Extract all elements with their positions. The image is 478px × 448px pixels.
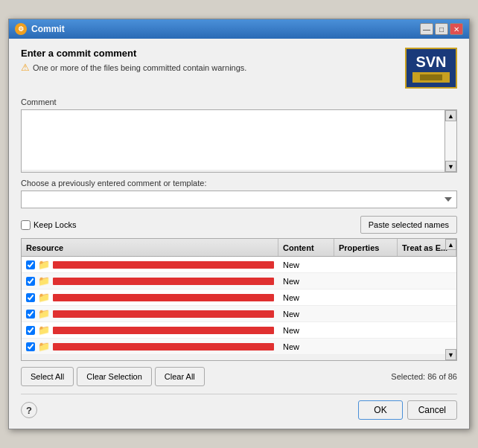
clear-all-button[interactable]: Clear All <box>155 367 205 386</box>
table-row: 📁 New <box>22 339 456 355</box>
folder-icon: 📁 <box>38 292 50 303</box>
comment-label: Comment <box>21 97 457 106</box>
ok-button[interactable]: OK <box>358 400 402 420</box>
folder-icon: 📁 <box>38 341 50 352</box>
content-cell: New <box>278 292 334 304</box>
content-cell: New <box>278 259 334 271</box>
properties-cell <box>334 329 398 332</box>
content-cell: New <box>278 324 334 336</box>
select-all-button[interactable]: Select All <box>21 367 74 386</box>
table-scroll-down[interactable]: ▼ <box>445 349 456 360</box>
comment-input[interactable] <box>22 110 456 170</box>
treat-cell <box>398 296 456 299</box>
row-checkbox[interactable] <box>26 342 35 351</box>
app-icon: ⚙ <box>15 23 27 35</box>
col-content: Content <box>278 239 334 256</box>
cancel-button[interactable]: Cancel <box>407 400 457 420</box>
resource-cell: 📁 <box>22 323 278 337</box>
table-row: 📁 New <box>22 273 456 289</box>
paste-selected-names-button[interactable]: Paste selected names <box>360 216 457 234</box>
table-row: 📁 New <box>22 257 456 273</box>
resource-cell: 📁 <box>22 257 278 272</box>
header-section: Enter a commit comment ⚠ One or more of … <box>21 48 457 89</box>
folder-icon: 📁 <box>38 324 50 336</box>
keep-locks-checkbox[interactable] <box>21 220 31 230</box>
clear-selection-button[interactable]: Clear Selection <box>77 367 152 386</box>
table-row: 📁 New <box>22 322 456 339</box>
titlebar: ⚙ Commit — □ ✕ <box>9 19 469 39</box>
resource-bar <box>53 310 274 318</box>
keep-locks-label[interactable]: Keep Locks <box>21 220 76 230</box>
row-checkbox[interactable] <box>26 310 35 319</box>
row-checkbox[interactable] <box>26 260 35 269</box>
warning-text: One or more of the files being committed… <box>33 63 246 72</box>
treat-cell <box>398 329 456 332</box>
treat-cell <box>398 263 456 266</box>
treat-cell <box>398 313 456 316</box>
minimize-button[interactable]: — <box>420 23 433 35</box>
scroll-track <box>445 121 456 161</box>
resource-cell: 📁 <box>22 274 278 288</box>
content-cell: New <box>278 275 334 287</box>
row-checkbox[interactable] <box>26 293 35 302</box>
properties-cell <box>334 313 398 316</box>
footer-row: ? OK Cancel <box>21 394 457 420</box>
template-label: Choose a previously entered comment or t… <box>21 179 457 188</box>
resource-bar <box>53 294 274 301</box>
row-checkbox[interactable] <box>26 326 35 335</box>
warning-icon: ⚠ <box>21 62 30 73</box>
col-properties: Properties <box>334 239 398 256</box>
template-section: Choose a previously entered comment or t… <box>21 179 457 208</box>
properties-cell <box>334 263 398 266</box>
resource-cell: 📁 <box>22 290 278 304</box>
row-checkbox[interactable] <box>26 277 35 286</box>
warning-line: ⚠ One or more of the files being committ… <box>21 62 405 73</box>
files-table: Resource Content Properties Treat as E..… <box>21 238 457 361</box>
footer-right-buttons: OK Cancel <box>358 400 457 420</box>
table-body: 📁 New 📁 New <box>22 257 456 361</box>
header-title: Enter a commit comment <box>21 48 405 59</box>
resource-bar <box>53 343 274 351</box>
bottom-left-buttons: Select All Clear Selection Clear All <box>21 367 205 386</box>
table-row: 📁 New <box>22 289 456 306</box>
resource-bar <box>53 261 274 269</box>
bottom-buttons-row: Select All Clear Selection Clear All Sel… <box>21 367 457 386</box>
commit-dialog: ⚙ Commit — □ ✕ Enter a commit comment ⚠ … <box>8 19 470 429</box>
svn-chip-inner <box>420 74 442 80</box>
folder-icon: 📁 <box>38 259 50 270</box>
resource-bar <box>53 278 274 285</box>
table-row: 📁 New <box>22 306 456 322</box>
properties-cell <box>334 296 398 299</box>
svn-logo: SVN <box>405 48 457 89</box>
titlebar-left: ⚙ Commit <box>15 23 65 35</box>
content-cell: New <box>278 341 334 353</box>
titlebar-controls: — □ ✕ <box>420 23 463 35</box>
close-button[interactable]: ✕ <box>450 23 463 35</box>
scroll-down-btn[interactable]: ▼ <box>445 161 456 172</box>
selected-info: Selected: 86 of 86 <box>391 372 457 381</box>
properties-cell <box>334 345 398 348</box>
maximize-button[interactable]: □ <box>435 23 448 35</box>
resource-cell: 📁 <box>22 307 278 321</box>
col-resource: Resource <box>22 239 278 256</box>
folder-icon: 📁 <box>38 308 50 319</box>
options-row: Keep Locks Paste selected names <box>21 216 457 234</box>
folder-icon: 📁 <box>38 275 50 287</box>
help-button[interactable]: ? <box>21 402 37 418</box>
scroll-up-btn[interactable]: ▲ <box>445 110 456 121</box>
treat-cell <box>398 280 456 283</box>
keep-locks-text: Keep Locks <box>34 220 76 229</box>
dialog-content: Enter a commit comment ⚠ One or more of … <box>9 39 469 429</box>
svn-chip <box>412 72 450 83</box>
resource-cell: 📁 <box>22 339 278 353</box>
content-cell: New <box>278 308 334 320</box>
comment-scrollbar[interactable]: ▲ ▼ <box>444 110 456 172</box>
properties-cell <box>334 280 398 283</box>
treat-cell <box>398 345 456 348</box>
template-dropdown[interactable] <box>21 191 457 208</box>
resource-bar <box>53 327 274 334</box>
svn-text: SVN <box>415 54 446 71</box>
window-title: Commit <box>31 24 65 34</box>
table-scroll-up[interactable]: ▲ <box>445 239 456 250</box>
comment-area-wrapper: ▲ ▼ <box>21 109 457 173</box>
